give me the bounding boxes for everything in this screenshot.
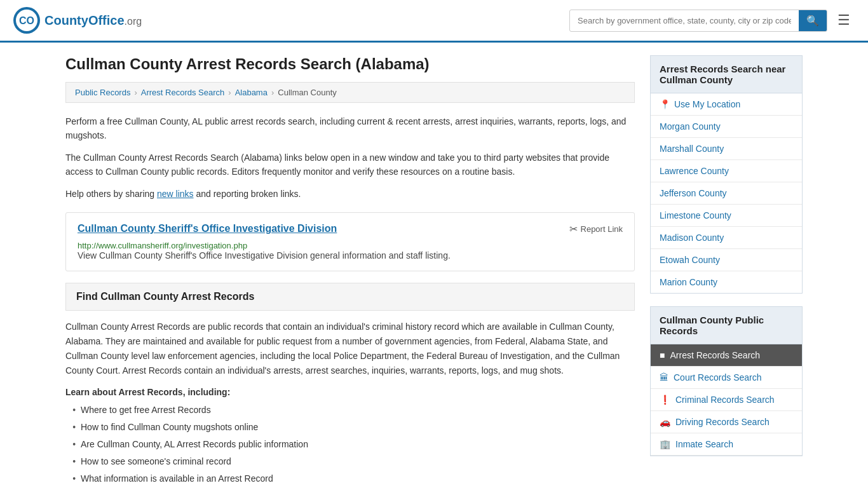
header: CO CountyOffice.org 🔍 ☰ xyxy=(0,0,868,43)
link-description: View Cullman County Sheriff's Office Inv… xyxy=(78,250,623,261)
driving-records-link[interactable]: Driving Records Search xyxy=(675,417,770,427)
arrest-records-link[interactable]: Arrest Records Search xyxy=(670,350,760,360)
limestone-county-link[interactable]: Limestone County xyxy=(660,210,731,220)
breadcrumb-current: Cullman County xyxy=(278,88,337,97)
madison-county-link[interactable]: Madison County xyxy=(660,233,724,243)
inmate-search-link[interactable]: Inmate Search xyxy=(675,439,733,449)
breadcrumb-arrest-records[interactable]: Arrest Records Search xyxy=(141,88,225,97)
bullet-list: Where to get free Arrest Records How to … xyxy=(65,403,635,485)
sidebar-county-jefferson: Jefferson County xyxy=(651,182,802,205)
breadcrumb-public-records[interactable]: Public Records xyxy=(75,88,130,97)
search-input[interactable] xyxy=(570,11,799,30)
learn-heading: Learn about Arrest Records, including: xyxy=(65,387,635,397)
sidebar-county-madison: Madison County xyxy=(651,227,802,249)
description-1: Perform a free Cullman County, AL public… xyxy=(65,114,635,143)
search-bar: 🔍 xyxy=(569,10,827,32)
sidebar-county-marshall: Marshall County xyxy=(651,138,802,160)
pub-records-criminal[interactable]: ❗ Criminal Records Search xyxy=(651,389,802,411)
breadcrumb-sep-2: › xyxy=(228,88,231,97)
find-section-header: Find Cullman County Arrest Records xyxy=(65,283,635,311)
list-item: What information is available in an Arre… xyxy=(81,472,635,485)
menu-button[interactable]: ☰ xyxy=(832,11,855,30)
report-link-button[interactable]: ✂ Report Link xyxy=(569,223,623,235)
svg-text:CO: CO xyxy=(19,15,34,26)
page-title: Cullman County Arrest Records Search (Al… xyxy=(65,55,635,73)
marshall-county-link[interactable]: Marshall County xyxy=(660,144,724,154)
sidebar-public-records-header: Cullman County Public Records xyxy=(650,306,803,344)
court-records-link[interactable]: Court Records Search xyxy=(674,372,762,383)
location-pin-icon: 📍 xyxy=(660,99,670,109)
arrest-icon: ■ xyxy=(660,350,665,360)
sidebar-county-morgan: Morgan County xyxy=(651,116,802,138)
description-2: The Cullman County Arrest Records Search… xyxy=(65,151,635,179)
scissors-icon: ✂ xyxy=(569,223,578,235)
sidebar-nearby-header: Arrest Records Search near Cullman Count… xyxy=(650,55,803,93)
description-3: Help others by sharing new links and rep… xyxy=(65,187,635,201)
logo-icon: CO xyxy=(13,6,41,34)
pub-records-arrest[interactable]: ■ Arrest Records Search xyxy=(651,344,802,367)
sidebar-county-etowah: Etowah County xyxy=(651,249,802,271)
content-wrap: Cullman County Arrest Records Search (Al… xyxy=(53,43,815,488)
sidebar: Arrest Records Search near Cullman Count… xyxy=(650,55,803,488)
search-button[interactable]: 🔍 xyxy=(799,10,827,31)
pub-records-driving[interactable]: 🚗 Driving Records Search xyxy=(651,411,802,433)
sidebar-county-limestone: Limestone County xyxy=(651,205,802,227)
body-paragraph: Cullman County Arrest Records are public… xyxy=(65,320,635,378)
lawrence-county-link[interactable]: Lawrence County xyxy=(660,166,729,176)
sidebar-nearby-list: 📍 Use My Location Morgan County Marshall… xyxy=(650,93,803,294)
header-right: 🔍 ☰ xyxy=(569,10,855,32)
list-item: How to see someone's criminal record xyxy=(81,455,635,468)
pub-records-inmate[interactable]: 🏢 Inmate Search xyxy=(651,433,802,456)
criminal-records-link[interactable]: Criminal Records Search xyxy=(675,395,775,405)
list-item: How to find Cullman County mugshots onli… xyxy=(81,421,635,434)
list-item: Where to get free Arrest Records xyxy=(81,403,635,417)
find-section-title: Find Cullman County Arrest Records xyxy=(76,291,624,302)
court-icon: 🏛 xyxy=(660,372,668,383)
morgan-county-link[interactable]: Morgan County xyxy=(660,121,721,132)
link-card-header: Cullman County Sheriff's Office Investig… xyxy=(78,223,623,235)
main-content: Cullman County Arrest Records Search (Al… xyxy=(65,55,635,488)
pub-records-court[interactable]: 🏛 Court Records Search xyxy=(651,367,802,389)
breadcrumb-sep-1: › xyxy=(134,88,137,97)
breadcrumb: Public Records › Arrest Records Search ›… xyxy=(65,82,635,103)
use-my-location[interactable]: 📍 Use My Location xyxy=(651,93,802,116)
etowah-county-link[interactable]: Etowah County xyxy=(660,255,720,265)
sidebar-county-marion: Marion County xyxy=(651,271,802,293)
logo-area: CO CountyOffice.org xyxy=(13,6,142,34)
breadcrumb-sep-3: › xyxy=(271,88,274,97)
link-card: Cullman County Sheriff's Office Investig… xyxy=(65,212,635,271)
criminal-icon: ❗ xyxy=(660,395,670,405)
logo-text: CountyOffice.org xyxy=(44,13,142,28)
list-item: Are Cullman County, AL Arrest Records pu… xyxy=(81,438,635,451)
inmate-icon: 🏢 xyxy=(660,439,670,449)
link-card-title[interactable]: Cullman County Sheriff's Office Investig… xyxy=(78,223,337,234)
link-url[interactable]: http://www.cullmansheriff.org/investigat… xyxy=(78,241,247,250)
driving-icon: 🚗 xyxy=(660,417,670,427)
jefferson-county-link[interactable]: Jefferson County xyxy=(660,188,727,198)
marion-county-link[interactable]: Marion County xyxy=(660,277,717,287)
new-links-link[interactable]: new links xyxy=(157,189,194,199)
sidebar-public-records-list: ■ Arrest Records Search 🏛 Court Records … xyxy=(650,344,803,456)
sidebar-county-lawrence: Lawrence County xyxy=(651,160,802,182)
breadcrumb-alabama[interactable]: Alabama xyxy=(235,88,268,97)
